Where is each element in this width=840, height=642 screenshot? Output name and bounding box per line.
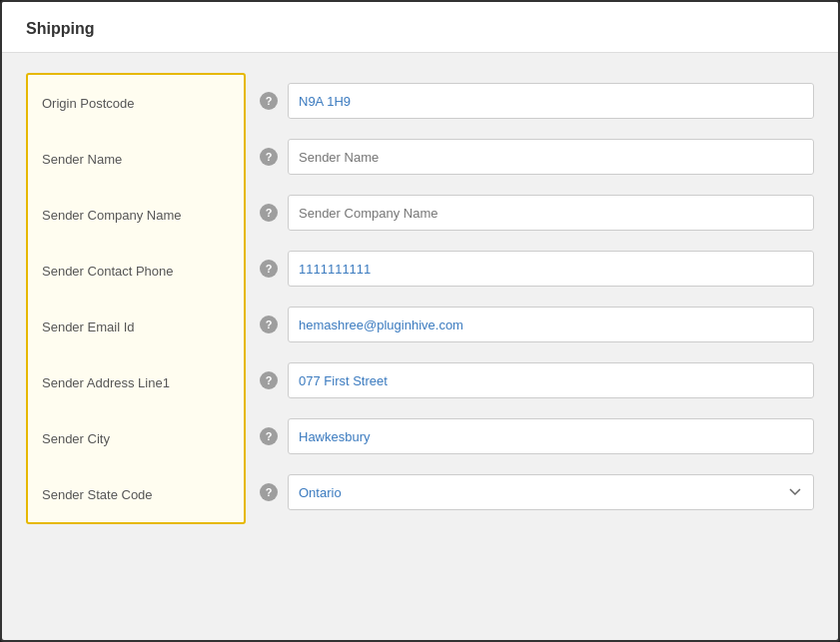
field-row-sender-state-code: ? Ontario Quebec British Columbia Albert…	[260, 464, 814, 520]
label-sender-name: Sender Name	[28, 131, 244, 187]
input-sender-company-name[interactable]	[288, 195, 814, 231]
help-icon-sender-state-code[interactable]: ?	[260, 483, 278, 501]
field-row-origin-postcode: ?	[260, 73, 814, 129]
input-origin-postcode[interactable]	[288, 83, 814, 119]
input-sender-name[interactable]	[288, 139, 814, 175]
help-icon-origin-postcode[interactable]: ?	[260, 92, 278, 110]
field-row-sender-contact-phone: ?	[260, 241, 814, 297]
input-sender-contact-phone[interactable]	[288, 251, 814, 287]
page-title: Shipping	[26, 20, 94, 37]
label-sender-state-code: Sender State Code	[28, 466, 244, 522]
label-sender-email-id: Sender Email Id	[28, 299, 244, 354]
input-sender-city[interactable]	[288, 418, 814, 454]
help-icon-sender-name[interactable]: ?	[260, 148, 278, 166]
field-row-sender-email-id: ?	[260, 297, 814, 352]
input-sender-address-line1[interactable]	[288, 362, 814, 398]
window-header: Shipping	[2, 2, 838, 53]
field-row-sender-address-line1: ?	[260, 352, 814, 408]
label-panel: Origin Postcode Sender Name Sender Compa…	[26, 73, 246, 524]
help-icon-sender-company-name[interactable]: ?	[260, 204, 278, 222]
help-icon-sender-address-line1[interactable]: ?	[260, 371, 278, 389]
label-sender-company-name: Sender Company Name	[28, 187, 244, 243]
main-layout: Origin Postcode Sender Name Sender Compa…	[26, 73, 814, 524]
fields-section: ? ? ? ?	[246, 73, 814, 524]
label-origin-postcode: Origin Postcode	[28, 75, 244, 131]
select-sender-state-code[interactable]: Ontario Quebec British Columbia Alberta …	[288, 474, 814, 510]
field-row-sender-name: ?	[260, 129, 814, 185]
input-sender-email-id[interactable]	[288, 307, 814, 342]
content-area: Origin Postcode Sender Name Sender Compa…	[2, 53, 838, 544]
help-icon-sender-email-id[interactable]: ?	[260, 316, 278, 333]
label-sender-address-line1: Sender Address Line1	[28, 354, 244, 410]
shipping-window: Shipping Origin Postcode Sender Name Sen…	[0, 0, 840, 642]
label-sender-contact-phone: Sender Contact Phone	[28, 243, 244, 299]
field-row-sender-city: ?	[260, 408, 814, 464]
help-icon-sender-city[interactable]: ?	[260, 427, 278, 445]
field-row-sender-company-name: ?	[260, 185, 814, 241]
help-icon-sender-contact-phone[interactable]: ?	[260, 260, 278, 278]
label-sender-city: Sender City	[28, 410, 244, 466]
